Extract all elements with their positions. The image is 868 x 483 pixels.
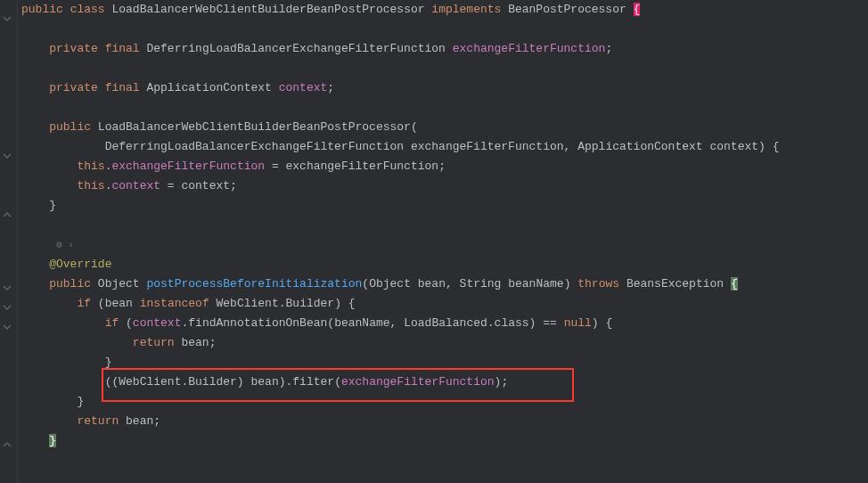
fold-icon[interactable] [3,283,15,296]
fold-icon[interactable] [3,14,15,27]
code-line[interactable]: if (bean instanceof WebClient.Builder) { [21,294,868,314]
code-line[interactable] [21,59,868,78]
code-line[interactable]: private final ApplicationContext context… [21,78,868,98]
fold-icon[interactable] [3,323,15,335]
code-line[interactable]: ((WebClient.Builder) bean).filter(exchan… [21,372,868,392]
code-line[interactable]: } [21,431,868,451]
code-editor[interactable]: public class LoadBalancerWebClientBuilde… [0,0,868,483]
code-line[interactable]: } [21,196,868,216]
code-content-area[interactable]: public class LoadBalancerWebClientBuilde… [18,0,868,483]
inlay-hints-icon[interactable]: ⚙ › [56,240,74,250]
code-line[interactable]: this.exchangeFilterFunction = exchangeFi… [21,157,868,176]
code-line[interactable]: public class LoadBalancerWebClientBuilde… [21,0,868,20]
code-line[interactable]: return bean; [21,333,868,353]
code-line[interactable]: if (context.findAnnotationOnBean(beanNam… [21,314,868,333]
fold-icon[interactable] [3,303,15,315]
code-line[interactable]: @Override [21,255,868,274]
code-line[interactable]: return bean; [21,412,868,431]
code-line[interactable] [21,20,868,39]
code-line[interactable]: public Object postProcessBeforeInitializ… [21,274,868,294]
fold-end-icon[interactable] [3,210,15,223]
fold-end-icon[interactable] [3,440,15,453]
code-line[interactable]: DeferringLoadBalancerExchangeFilterFunct… [21,137,868,157]
fold-icon[interactable] [3,151,15,164]
code-line[interactable] [21,216,868,235]
code-line[interactable]: } [21,392,868,412]
code-line[interactable]: ⚙ › [21,235,868,255]
code-line[interactable]: } [21,353,868,372]
code-line[interactable]: private final DeferringLoadBalancerExcha… [21,39,868,59]
code-line[interactable] [21,98,868,118]
code-line[interactable]: public LoadBalancerWebClientBuilderBeanP… [21,118,868,137]
code-line[interactable]: this.context = context; [21,176,868,196]
gutter [0,0,18,483]
